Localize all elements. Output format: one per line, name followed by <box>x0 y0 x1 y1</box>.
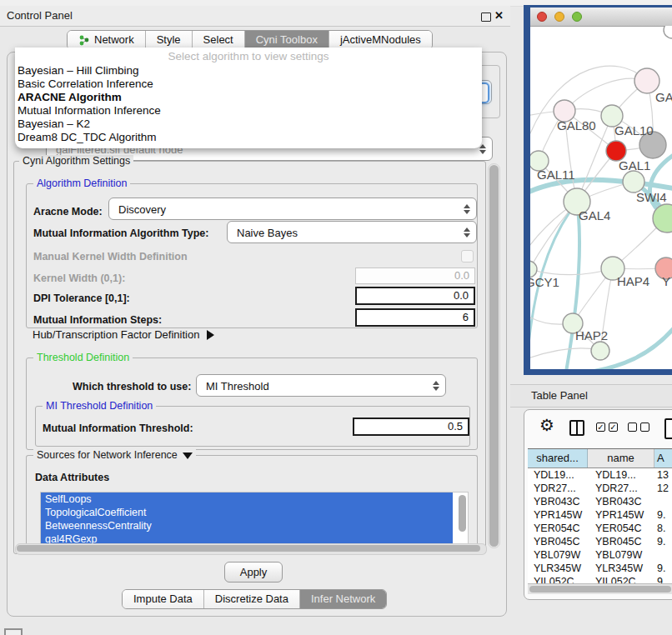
mi-algorithm-type-label: Mutual Information Algorithm Type: <box>33 228 208 239</box>
network-node-label: GAL10 <box>614 123 654 138</box>
apply-button[interactable]: Apply <box>224 562 283 582</box>
table-cell: YBR045C <box>528 535 588 548</box>
table-row[interactable]: YLR345WYLR345W9. <box>528 562 672 575</box>
zoom-button[interactable] <box>572 12 582 22</box>
kernel-width-label: Kernel Width (0,1): <box>33 272 125 284</box>
data-attributes-list[interactable]: SelfLoopsTopologicalCoefficientBetweenne… <box>40 492 469 548</box>
scrollbar-thumb[interactable] <box>489 165 499 547</box>
table-cell: YIL052C <box>588 575 654 583</box>
bottom-tab-discretize-data[interactable]: Discretize Data <box>203 590 299 608</box>
close-button[interactable] <box>537 12 547 22</box>
network-node[interactable] <box>591 342 609 360</box>
table-row[interactable]: YER054CYER054C8. <box>528 522 672 535</box>
which-threshold-combobox[interactable]: MI Threshold <box>196 374 446 397</box>
mi-steps-label: Mutual Information Steps: <box>33 314 162 326</box>
table-row[interactable]: YDR27...YDR27...12 <box>528 482 672 495</box>
unchecked-checkbox-icon <box>628 422 637 432</box>
mi-algorithm-type-combobox[interactable]: Naive Bayes <box>227 221 477 243</box>
algorithm-option[interactable]: Bayesian – Hill Climbing <box>15 64 482 78</box>
network-canvas[interactable]: GALGAL80GAL10GAL1GAL11SWI4GAL4GCY1HAP4YH… <box>530 26 672 369</box>
table-cell: YLR345W <box>588 562 654 575</box>
deselect-all-checkboxes-icon[interactable] <box>628 422 649 432</box>
table-cell: YPR145W <box>588 508 654 522</box>
minimize-button[interactable] <box>554 12 564 22</box>
algorithm-option[interactable]: ARACNE Algorithm <box>15 91 482 104</box>
network-view-window: GALGAL80GAL10GAL1GAL11SWI4GAL4GCY1HAP4YH… <box>524 5 672 375</box>
network-graph[interactable]: GALGAL80GAL10GAL1GAL11SWI4GAL4GCY1HAP4YH… <box>530 26 672 369</box>
table-cell: 9. <box>654 508 672 522</box>
table-cell: 9. <box>654 562 672 575</box>
split-columns-icon[interactable] <box>569 420 584 436</box>
document-icon[interactable] <box>664 418 672 439</box>
column-header[interactable]: shared... <box>528 449 588 468</box>
tab-select[interactable]: Select <box>192 31 244 49</box>
bottom-tab-infer-network[interactable]: Infer Network <box>299 590 386 608</box>
chevron-updown-icon <box>464 204 470 214</box>
tab-jactivemnodules[interactable]: jActiveMNodules <box>328 31 432 49</box>
column-header[interactable]: name <box>588 449 654 468</box>
table-row[interactable]: YBR045CYBR045C9. <box>528 535 672 548</box>
table-row[interactable]: YIL052CYIL052C9 <box>528 575 672 583</box>
table-horizontal-scrollbar[interactable] <box>528 583 672 594</box>
mi-threshold-group: MI Threshold Definition Mutual Informati… <box>35 406 470 447</box>
algorithm-option[interactable]: Mutual Information Inference <box>15 104 482 118</box>
algorithm-definition-title: Algorithm Definition <box>33 178 130 189</box>
table-cell: 13 <box>654 468 672 482</box>
collapse-down-icon[interactable] <box>183 452 193 459</box>
tab-network[interactable]: Network <box>68 31 145 49</box>
algorithm-option[interactable]: Dream8 DC_TDC Algorithm <box>15 131 482 144</box>
aracne-mode-label: Aracne Mode: <box>33 206 103 218</box>
network-icon <box>78 34 90 46</box>
table-cell <box>654 495 672 508</box>
table-cell: YBR043C <box>528 495 588 508</box>
network-node-label: GAL11 <box>537 168 575 182</box>
scrollbar-thumb[interactable] <box>17 545 480 552</box>
tab-label: Cyni Toolbox <box>256 31 318 49</box>
network-node[interactable] <box>664 26 672 38</box>
table-row[interactable]: YBL079WYBL079W <box>528 548 672 562</box>
network-window-titlebar[interactable] <box>530 8 672 27</box>
settings-group-title: Cyni Algorithm Settings <box>19 155 133 167</box>
select-all-checkboxes-icon[interactable]: ✓ ✓ <box>596 422 618 432</box>
list-scrollbar-thumb[interactable] <box>459 495 466 532</box>
attribute-item-selected[interactable]: BetweennessCentrality <box>41 519 453 532</box>
table-panel-title: Table Panel <box>531 389 588 402</box>
kernel-width-field[interactable]: 0.0 <box>355 268 475 284</box>
mi-steps-field[interactable]: 6 <box>355 308 475 327</box>
dpi-tolerance-field[interactable]: 0.0 <box>355 287 475 305</box>
settings-vertical-scrollbar[interactable] <box>488 163 500 548</box>
manual-kernel-checkbox[interactable] <box>461 250 474 262</box>
hub-definition-expander[interactable]: Hub/Transcription Factor Definition <box>33 328 214 341</box>
network-edge[interactable] <box>566 202 579 369</box>
mini-float-square[interactable] <box>4 628 23 635</box>
table-cell: 9 <box>654 575 672 583</box>
bottom-tab-impute-data[interactable]: Impute Data <box>123 590 203 608</box>
table-row[interactable]: YBR043CYBR043C <box>528 495 672 508</box>
settings-horizontal-scrollbar[interactable] <box>15 543 487 555</box>
table-row[interactable]: YDL19...YDL19...13 <box>528 468 672 482</box>
aracne-mode-value: Discovery <box>118 202 166 215</box>
table-cell: 8. <box>654 522 672 535</box>
aracne-mode-combobox[interactable]: Discovery <box>108 198 477 220</box>
network-node-label: HAP4 <box>617 274 649 288</box>
column-header[interactable]: A <box>654 449 672 468</box>
gear-icon[interactable]: ⚙ <box>539 417 554 433</box>
tab-cyni-toolbox[interactable]: Cyni Toolbox <box>244 31 328 49</box>
chevron-updown-icon <box>433 381 439 391</box>
control-panel-title: Control Panel <box>7 9 73 22</box>
attribute-item-selected[interactable]: SelfLoops <box>41 492 453 506</box>
threshold-definition-group: Threshold Definition Which threshold to … <box>26 358 478 450</box>
algorithm-option[interactable]: Basic Correlation Inference <box>15 78 482 91</box>
algorithm-option[interactable]: Bayesian – K2 <box>15 118 482 131</box>
attribute-item-selected[interactable]: TopologicalCoefficient <box>41 506 453 519</box>
table-cell: YDL19... <box>588 468 654 482</box>
close-panel-icon[interactable]: ✕ <box>494 9 504 22</box>
tab-style[interactable]: Style <box>145 31 192 49</box>
mi-threshold-label: Mutual Information Threshold: <box>43 422 193 434</box>
network-node-label: GCY1 <box>530 275 559 289</box>
float-panel-icon[interactable] <box>481 12 491 22</box>
scrollbar-thumb[interactable] <box>529 586 671 592</box>
table-row[interactable]: YPR145WYPR145W9. <box>528 508 672 522</box>
network-edge[interactable] <box>530 348 600 360</box>
mi-threshold-field[interactable]: 0.5 <box>353 418 469 436</box>
